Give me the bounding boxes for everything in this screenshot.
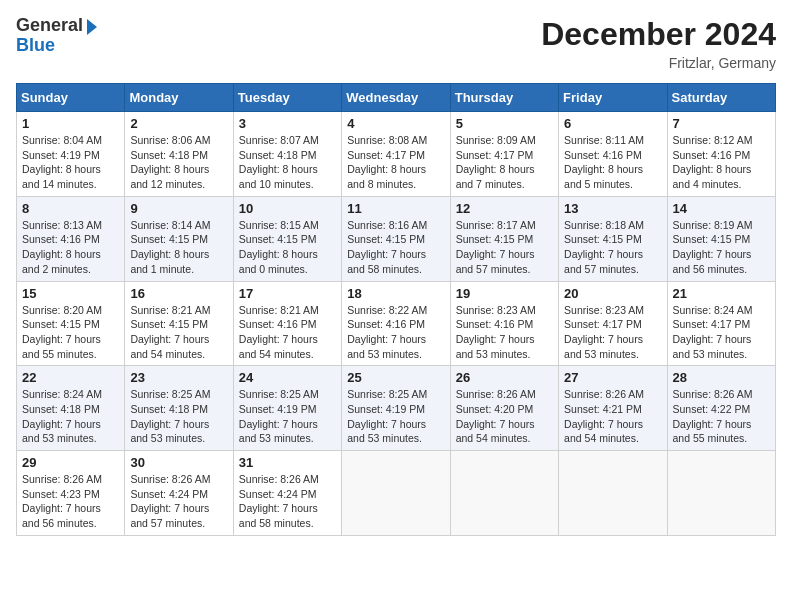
month-title: December 2024 [541, 16, 776, 53]
day-info: Sunrise: 8:16 AMSunset: 4:15 PMDaylight:… [347, 218, 444, 277]
day-number: 10 [239, 201, 336, 216]
page-header: General Blue December 2024 Fritzlar, Ger… [16, 16, 776, 71]
calendar-week-1: 1Sunrise: 8:04 AMSunset: 4:19 PMDaylight… [17, 112, 776, 197]
day-number: 19 [456, 286, 553, 301]
calendar-body: 1Sunrise: 8:04 AMSunset: 4:19 PMDaylight… [17, 112, 776, 536]
day-number: 31 [239, 455, 336, 470]
calendar-header-tuesday: Tuesday [233, 84, 341, 112]
day-info: Sunrise: 8:23 AMSunset: 4:17 PMDaylight:… [564, 303, 661, 362]
calendar-table: SundayMondayTuesdayWednesdayThursdayFrid… [16, 83, 776, 536]
day-number: 22 [22, 370, 119, 385]
day-number: 17 [239, 286, 336, 301]
day-info: Sunrise: 8:26 AMSunset: 4:24 PMDaylight:… [239, 472, 336, 531]
day-number: 21 [673, 286, 770, 301]
day-info: Sunrise: 8:07 AMSunset: 4:18 PMDaylight:… [239, 133, 336, 192]
calendar-cell: 24Sunrise: 8:25 AMSunset: 4:19 PMDayligh… [233, 366, 341, 451]
day-info: Sunrise: 8:09 AMSunset: 4:17 PMDaylight:… [456, 133, 553, 192]
calendar-cell: 16Sunrise: 8:21 AMSunset: 4:15 PMDayligh… [125, 281, 233, 366]
calendar-header-friday: Friday [559, 84, 667, 112]
calendar-header-row: SundayMondayTuesdayWednesdayThursdayFrid… [17, 84, 776, 112]
calendar-cell: 5Sunrise: 8:09 AMSunset: 4:17 PMDaylight… [450, 112, 558, 197]
calendar-cell [450, 451, 558, 536]
calendar-cell: 31Sunrise: 8:26 AMSunset: 4:24 PMDayligh… [233, 451, 341, 536]
calendar-cell [342, 451, 450, 536]
calendar-header-sunday: Sunday [17, 84, 125, 112]
calendar-cell: 29Sunrise: 8:26 AMSunset: 4:23 PMDayligh… [17, 451, 125, 536]
day-info: Sunrise: 8:13 AMSunset: 4:16 PMDaylight:… [22, 218, 119, 277]
day-info: Sunrise: 8:25 AMSunset: 4:18 PMDaylight:… [130, 387, 227, 446]
calendar-header-wednesday: Wednesday [342, 84, 450, 112]
calendar-cell: 3Sunrise: 8:07 AMSunset: 4:18 PMDaylight… [233, 112, 341, 197]
day-info: Sunrise: 8:26 AMSunset: 4:20 PMDaylight:… [456, 387, 553, 446]
day-info: Sunrise: 8:26 AMSunset: 4:24 PMDaylight:… [130, 472, 227, 531]
calendar-cell: 9Sunrise: 8:14 AMSunset: 4:15 PMDaylight… [125, 196, 233, 281]
day-info: Sunrise: 8:12 AMSunset: 4:16 PMDaylight:… [673, 133, 770, 192]
calendar-cell [667, 451, 775, 536]
day-number: 1 [22, 116, 119, 131]
logo-arrow-icon [87, 19, 97, 35]
day-info: Sunrise: 8:26 AMSunset: 4:23 PMDaylight:… [22, 472, 119, 531]
calendar-cell: 18Sunrise: 8:22 AMSunset: 4:16 PMDayligh… [342, 281, 450, 366]
day-number: 15 [22, 286, 119, 301]
calendar-cell: 12Sunrise: 8:17 AMSunset: 4:15 PMDayligh… [450, 196, 558, 281]
calendar-cell: 17Sunrise: 8:21 AMSunset: 4:16 PMDayligh… [233, 281, 341, 366]
day-number: 12 [456, 201, 553, 216]
calendar-cell: 30Sunrise: 8:26 AMSunset: 4:24 PMDayligh… [125, 451, 233, 536]
day-info: Sunrise: 8:25 AMSunset: 4:19 PMDaylight:… [347, 387, 444, 446]
calendar-cell: 25Sunrise: 8:25 AMSunset: 4:19 PMDayligh… [342, 366, 450, 451]
day-number: 25 [347, 370, 444, 385]
calendar-cell: 14Sunrise: 8:19 AMSunset: 4:15 PMDayligh… [667, 196, 775, 281]
day-info: Sunrise: 8:26 AMSunset: 4:22 PMDaylight:… [673, 387, 770, 446]
calendar-week-2: 8Sunrise: 8:13 AMSunset: 4:16 PMDaylight… [17, 196, 776, 281]
day-info: Sunrise: 8:25 AMSunset: 4:19 PMDaylight:… [239, 387, 336, 446]
day-number: 26 [456, 370, 553, 385]
logo-text: General [16, 16, 83, 36]
calendar-cell: 11Sunrise: 8:16 AMSunset: 4:15 PMDayligh… [342, 196, 450, 281]
day-number: 23 [130, 370, 227, 385]
day-info: Sunrise: 8:21 AMSunset: 4:16 PMDaylight:… [239, 303, 336, 362]
day-number: 13 [564, 201, 661, 216]
day-info: Sunrise: 8:19 AMSunset: 4:15 PMDaylight:… [673, 218, 770, 277]
calendar-week-4: 22Sunrise: 8:24 AMSunset: 4:18 PMDayligh… [17, 366, 776, 451]
day-info: Sunrise: 8:23 AMSunset: 4:16 PMDaylight:… [456, 303, 553, 362]
day-number: 18 [347, 286, 444, 301]
day-number: 20 [564, 286, 661, 301]
calendar-cell: 22Sunrise: 8:24 AMSunset: 4:18 PMDayligh… [17, 366, 125, 451]
day-info: Sunrise: 8:18 AMSunset: 4:15 PMDaylight:… [564, 218, 661, 277]
calendar-cell: 20Sunrise: 8:23 AMSunset: 4:17 PMDayligh… [559, 281, 667, 366]
calendar-cell: 13Sunrise: 8:18 AMSunset: 4:15 PMDayligh… [559, 196, 667, 281]
location: Fritzlar, Germany [541, 55, 776, 71]
day-info: Sunrise: 8:26 AMSunset: 4:21 PMDaylight:… [564, 387, 661, 446]
day-number: 9 [130, 201, 227, 216]
day-info: Sunrise: 8:20 AMSunset: 4:15 PMDaylight:… [22, 303, 119, 362]
calendar-cell: 27Sunrise: 8:26 AMSunset: 4:21 PMDayligh… [559, 366, 667, 451]
day-number: 2 [130, 116, 227, 131]
calendar-week-3: 15Sunrise: 8:20 AMSunset: 4:15 PMDayligh… [17, 281, 776, 366]
calendar-cell [559, 451, 667, 536]
day-number: 4 [347, 116, 444, 131]
day-info: Sunrise: 8:08 AMSunset: 4:17 PMDaylight:… [347, 133, 444, 192]
calendar-header-saturday: Saturday [667, 84, 775, 112]
day-info: Sunrise: 8:24 AMSunset: 4:17 PMDaylight:… [673, 303, 770, 362]
day-number: 27 [564, 370, 661, 385]
calendar-cell: 6Sunrise: 8:11 AMSunset: 4:16 PMDaylight… [559, 112, 667, 197]
day-info: Sunrise: 8:21 AMSunset: 4:15 PMDaylight:… [130, 303, 227, 362]
calendar-cell: 21Sunrise: 8:24 AMSunset: 4:17 PMDayligh… [667, 281, 775, 366]
day-info: Sunrise: 8:11 AMSunset: 4:16 PMDaylight:… [564, 133, 661, 192]
calendar-header-monday: Monday [125, 84, 233, 112]
day-number: 6 [564, 116, 661, 131]
day-info: Sunrise: 8:22 AMSunset: 4:16 PMDaylight:… [347, 303, 444, 362]
calendar-cell: 2Sunrise: 8:06 AMSunset: 4:18 PMDaylight… [125, 112, 233, 197]
day-number: 3 [239, 116, 336, 131]
day-number: 7 [673, 116, 770, 131]
calendar-cell: 15Sunrise: 8:20 AMSunset: 4:15 PMDayligh… [17, 281, 125, 366]
calendar-cell: 4Sunrise: 8:08 AMSunset: 4:17 PMDaylight… [342, 112, 450, 197]
calendar-cell: 7Sunrise: 8:12 AMSunset: 4:16 PMDaylight… [667, 112, 775, 197]
calendar-cell: 8Sunrise: 8:13 AMSunset: 4:16 PMDaylight… [17, 196, 125, 281]
day-info: Sunrise: 8:06 AMSunset: 4:18 PMDaylight:… [130, 133, 227, 192]
day-number: 14 [673, 201, 770, 216]
day-info: Sunrise: 8:15 AMSunset: 4:15 PMDaylight:… [239, 218, 336, 277]
day-number: 24 [239, 370, 336, 385]
calendar-cell: 19Sunrise: 8:23 AMSunset: 4:16 PMDayligh… [450, 281, 558, 366]
day-info: Sunrise: 8:04 AMSunset: 4:19 PMDaylight:… [22, 133, 119, 192]
